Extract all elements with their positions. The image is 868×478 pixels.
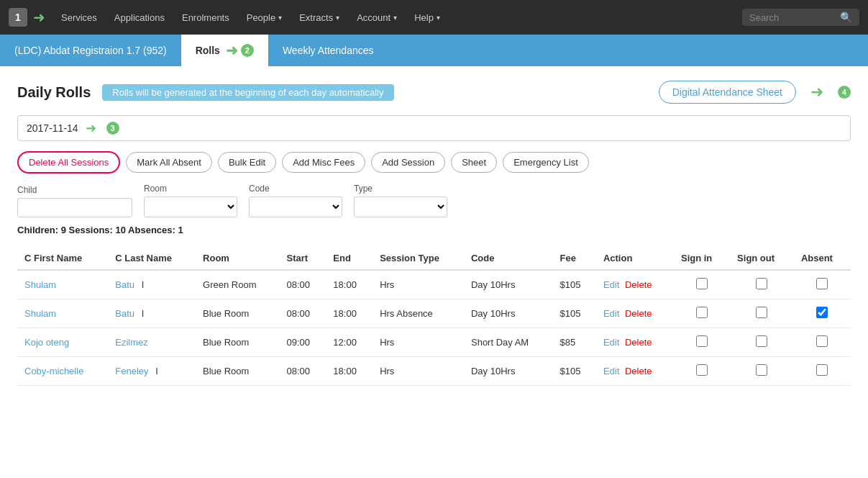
date-row: 2017-11-14 ➜ 3	[17, 115, 851, 141]
cell-end: 12:00	[326, 328, 373, 357]
filter-type: Type	[354, 184, 447, 217]
last-name-link[interactable]: Feneley	[115, 366, 148, 376]
edit-link[interactable]: Edit	[603, 279, 619, 290]
first-name-link[interactable]: Shulam	[24, 308, 56, 319]
cell-session-type: Hrs	[373, 270, 464, 299]
nav-item-extracts[interactable]: Extracts ▾	[292, 8, 347, 27]
breadcrumb[interactable]: (LDC) Abdat Registraion 1.7 (952)	[0, 35, 181, 66]
last-name-link[interactable]: Batu	[115, 279, 134, 290]
sign-out-checkbox[interactable]	[756, 307, 767, 318]
type-filter-select[interactable]	[354, 197, 447, 217]
logo: 1	[9, 8, 27, 27]
cell-absent	[794, 270, 851, 299]
table-row: Shulam Batu I Blue Room 08:00 18:00 Hrs …	[17, 299, 851, 328]
table-row: Coby-michelle Feneley I Blue Room 08:00 …	[17, 357, 851, 386]
emergency-list-button[interactable]: Emergency List	[503, 152, 589, 173]
cell-action: Edit Delete	[596, 328, 674, 357]
nav-item-account[interactable]: Account ▾	[350, 8, 404, 27]
last-name-link[interactable]: Ezilmez	[115, 337, 148, 348]
absent-checkbox[interactable]	[816, 335, 828, 347]
cell-sign-in	[674, 299, 730, 328]
col-fee: Fee	[553, 247, 596, 270]
search-icon: 🔍	[840, 12, 852, 23]
nav-item-people[interactable]: People ▾	[239, 8, 289, 27]
absent-checkbox[interactable]	[816, 278, 828, 289]
nav-item-applications[interactable]: Applications	[107, 8, 172, 27]
col-session-type: Session Type	[373, 247, 464, 270]
absent-checkbox[interactable]	[816, 307, 828, 318]
help-caret-icon: ▾	[437, 14, 440, 22]
cell-fee: $105	[553, 299, 596, 328]
first-name-link[interactable]: Kojo oteng	[24, 337, 69, 348]
add-session-button[interactable]: Add Session	[371, 152, 445, 173]
bulk-edit-button[interactable]: Bulk Edit	[218, 152, 276, 173]
flag-label: I	[155, 366, 158, 376]
cell-first-name: Shulam	[17, 270, 108, 299]
mark-all-absent-button[interactable]: Mark All Absent	[126, 152, 212, 173]
col-start: Start	[280, 247, 326, 270]
action-row: Delete All Sessions Mark All Absent Bulk…	[17, 151, 851, 173]
nav-arrow-icon: ➜	[33, 9, 45, 26]
delete-link[interactable]: Delete	[625, 366, 652, 376]
nav-item-help[interactable]: Help ▾	[407, 8, 447, 27]
nav-item-enrolments[interactable]: Enrolments	[175, 8, 237, 27]
sign-in-checkbox[interactable]	[696, 278, 708, 289]
absent-checkbox[interactable]	[816, 364, 828, 376]
cell-absent	[794, 357, 851, 386]
cell-code: Day 10Hrs	[464, 357, 553, 386]
room-filter-select[interactable]	[144, 197, 237, 217]
tab-weekly-attendances[interactable]: Weekly Attendances	[268, 35, 388, 66]
nav-item-services[interactable]: Services	[54, 8, 104, 27]
filter-room: Room	[144, 184, 237, 217]
sign-in-checkbox[interactable]	[696, 364, 708, 376]
search-input[interactable]	[749, 12, 836, 23]
tab-rolls[interactable]: Rolls ➜ 2	[181, 35, 268, 66]
page-title: Daily Rolls	[17, 84, 91, 101]
table-row: Kojo oteng Ezilmez Blue Room 09:00 12:00…	[17, 328, 851, 357]
col-sign-out: Sign out	[730, 247, 794, 270]
cell-end: 18:00	[326, 299, 373, 328]
first-name-link[interactable]: Coby-michelle	[24, 366, 83, 376]
sign-in-checkbox[interactable]	[696, 307, 708, 318]
last-name-link[interactable]: Batu	[115, 308, 134, 319]
date-value[interactable]: 2017-11-14	[27, 122, 78, 134]
delete-link[interactable]: Delete	[625, 279, 652, 290]
cell-end: 18:00	[326, 357, 373, 386]
col-sign-in: Sign in	[674, 247, 730, 270]
code-filter-select[interactable]	[249, 197, 342, 217]
delete-all-sessions-button[interactable]: Delete All Sessions	[17, 151, 120, 173]
flag-label: I	[142, 279, 145, 290]
cell-last-name: Feneley I	[108, 357, 196, 386]
account-caret-icon: ▾	[393, 14, 397, 22]
first-name-link[interactable]: Shulam	[24, 279, 56, 290]
search-container: 🔍	[742, 9, 859, 26]
sign-out-checkbox[interactable]	[756, 364, 767, 376]
child-filter-label: Child	[17, 185, 132, 195]
add-misc-fees-button[interactable]: Add Misc Fees	[282, 152, 365, 173]
sheet-button[interactable]: Sheet	[451, 152, 497, 173]
arrow4-icon: ➜	[810, 83, 823, 102]
col-end: End	[326, 247, 373, 270]
sign-out-checkbox[interactable]	[756, 278, 767, 289]
edit-link[interactable]: Edit	[603, 308, 619, 319]
filter-code: Code	[249, 184, 342, 217]
cell-session-type: Hrs Absence	[373, 299, 464, 328]
col-first-name: C First Name	[17, 247, 108, 270]
cell-code: Day 10Hrs	[464, 270, 553, 299]
delete-link[interactable]: Delete	[625, 337, 652, 348]
main-content: Daily Rolls Rolls will be generated at t…	[0, 66, 868, 478]
people-caret-icon: ▾	[278, 14, 282, 22]
digital-attendance-button[interactable]: Digital Attendance Sheet	[659, 81, 796, 104]
delete-link[interactable]: Delete	[625, 308, 652, 319]
col-action: Action	[596, 247, 674, 270]
cell-last-name: Ezilmez	[108, 328, 196, 357]
sign-in-checkbox[interactable]	[696, 335, 708, 347]
cell-code: Day 10Hrs	[464, 299, 553, 328]
edit-link[interactable]: Edit	[603, 337, 619, 348]
flag-label: I	[142, 308, 145, 319]
date-arrow-icon: ➜	[86, 120, 96, 136]
edit-link[interactable]: Edit	[603, 366, 619, 376]
child-filter-input[interactable]	[17, 198, 132, 217]
sign-out-checkbox[interactable]	[756, 335, 767, 347]
cell-fee: $85	[553, 328, 596, 357]
